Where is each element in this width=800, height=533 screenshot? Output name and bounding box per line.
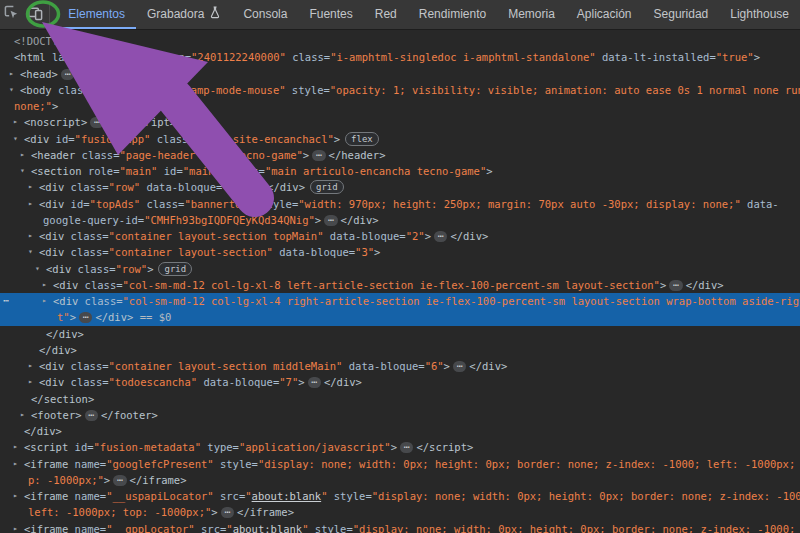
dom-tree-node[interactable]: ▾<body class="amp-dark-mode amp-mode-mou…: [0, 82, 800, 98]
dom-tree-node[interactable]: </div>: [0, 326, 800, 342]
code-text: class=: [150, 133, 194, 145]
code-text: </header>: [329, 149, 386, 161]
expand-arrow-icon[interactable]: ▸: [9, 66, 14, 82]
collapse-arrow-icon[interactable]: ▾: [35, 261, 40, 277]
inline-expand-button[interactable]: ⋯: [79, 312, 92, 323]
expand-arrow-icon[interactable]: ▸: [28, 374, 33, 390]
expand-arrow-icon[interactable]: ▸: [28, 358, 33, 374]
device-toolbar-button[interactable]: [23, 0, 46, 29]
dom-tree-node[interactable]: </div>: [0, 342, 800, 358]
expand-arrow-icon[interactable]: ▸: [13, 521, 18, 533]
dom-tree-node[interactable]: <html lang="es" amp-version="24011222400…: [0, 49, 800, 65]
inline-expand-button[interactable]: ⋯: [113, 475, 126, 486]
code-text: "1": [222, 181, 241, 193]
tab-elementos[interactable]: Elementos: [57, 0, 136, 29]
dom-tree-node[interactable]: google-query-id="CMHFh93bgIQDFQEyKQd34QN…: [0, 212, 800, 228]
code-text: >: [374, 246, 380, 258]
expand-arrow-icon[interactable]: ▸: [13, 456, 18, 472]
dom-tree-node[interactable]: left: -1000px; top: -1000px;">⋯</iframe>: [0, 504, 800, 520]
code-text: class=: [71, 376, 109, 388]
dom-tree-node[interactable]: ▸<div class="container layout-section to…: [0, 228, 800, 244]
dom-tree-node[interactable]: ▸<div class="col-sm-md-12 col-lg-xl-8 le…: [0, 277, 800, 293]
code-text: >: [391, 441, 397, 453]
expand-arrow-icon[interactable]: ▸: [20, 147, 25, 163]
grid-badge[interactable]: grid: [158, 262, 192, 276]
collapse-arrow-icon[interactable]: ▾: [9, 82, 14, 98]
inspect-element-button[interactable]: [0, 0, 23, 29]
tab-fuentes[interactable]: Fuentes: [298, 0, 363, 29]
dom-tree-node[interactable]: ▸<iframe name="googlefcPresent" style="d…: [0, 456, 800, 472]
gutter-more-icon[interactable]: ⋯: [3, 293, 9, 309]
dom-tree-node[interactable]: </div>: [0, 423, 800, 439]
tab-grabadora[interactable]: Grabadora: [136, 0, 232, 29]
dom-tree-node[interactable]: ▾<section role="main" id="main" class="m…: [0, 163, 800, 179]
dom-tree-node[interactable]: ▸<div id="topAds" class="bannertop" styl…: [0, 196, 800, 212]
grid-badge[interactable]: grid: [310, 180, 344, 194]
code-text: >: [315, 214, 321, 226]
inline-expand-button[interactable]: ⋯: [308, 377, 321, 388]
tab-consola[interactable]: Consola: [232, 0, 298, 29]
dom-tree-node[interactable]: ▸<div class="row" data-bloque="1">⋯</div…: [0, 179, 800, 195]
dom-tree-node[interactable]: <!DOCTYPE html>: [0, 33, 800, 49]
code-text: "bannertop": [184, 198, 254, 210]
flex-badge[interactable]: flex: [345, 132, 379, 146]
code-text: class=: [71, 246, 109, 258]
inline-expand-button[interactable]: ⋯: [324, 215, 337, 226]
dom-tree-node[interactable]: none;">: [0, 98, 800, 114]
code-text: >: [104, 474, 110, 486]
dom-tree-node[interactable]: ⋯▸<div class="col-sm-md-12 col-lg-xl-4 r…: [0, 293, 800, 309]
dom-tree-node[interactable]: ▸<div class="container layout-section mi…: [0, 358, 800, 374]
dom-tree-node[interactable]: ▾<div class="row">grid: [0, 261, 800, 277]
tab-seguridad[interactable]: Seguridad: [643, 0, 720, 29]
expand-arrow-icon[interactable]: ▸: [13, 439, 18, 455]
expand-arrow-icon[interactable]: ▸: [28, 179, 33, 195]
inline-expand-button[interactable]: ⋯: [85, 410, 98, 421]
expand-arrow-icon[interactable]: ▸: [13, 114, 18, 130]
tab-rendimiento[interactable]: Rendimiento: [408, 0, 497, 29]
expand-arrow-icon[interactable]: ▸: [13, 488, 18, 504]
dom-tree-node[interactable]: t">⋯</div> == $0: [0, 309, 800, 325]
inline-expand-button[interactable]: ⋯: [400, 442, 413, 453]
expand-arrow-icon[interactable]: ▸: [28, 196, 33, 212]
tab-memoria[interactable]: Memoria: [497, 0, 566, 29]
code-text: data-bloque=: [273, 246, 355, 258]
attribute-value-link[interactable]: about:blank: [252, 490, 322, 502]
expand-arrow-icon[interactable]: ▸: [42, 293, 47, 309]
inline-expand-button[interactable]: ⋯: [434, 231, 447, 242]
tab-label: Seguridad: [654, 7, 709, 21]
inline-expand-button[interactable]: ⋯: [669, 280, 682, 291]
collapse-arrow-icon[interactable]: ▾: [13, 131, 18, 147]
tab-label: Lighthouse: [730, 7, 789, 21]
dom-tree-node[interactable]: ▾<div id="fusion-app" class="main-site-e…: [0, 131, 800, 147]
code-text: "main": [183, 165, 221, 177]
inline-expand-button[interactable]: ⋯: [312, 150, 325, 161]
dom-tree-node[interactable]: ▸<head>⋯</head>: [0, 66, 800, 82]
tab-aplicación[interactable]: Aplicación: [566, 0, 643, 29]
dom-tree-node[interactable]: ▸<noscript>⋯</noscript>: [0, 114, 800, 130]
tab-label: Fuentes: [309, 7, 352, 21]
collapse-arrow-icon[interactable]: ▾: [20, 163, 25, 179]
code-text: "display: none; width: 0px; height: 0px;…: [258, 458, 800, 470]
tab-red[interactable]: Red: [364, 0, 408, 29]
dom-tree-node[interactable]: ▸<footer>⋯</footer>: [0, 407, 800, 423]
expand-arrow-icon[interactable]: ▸: [42, 277, 47, 293]
dom-tree-node[interactable]: ▾<div class="container layout-section" d…: [0, 244, 800, 260]
dom-tree-node[interactable]: ▸<header class="page-header logo-tecno-g…: [0, 147, 800, 163]
dom-tree-node[interactable]: </section>: [0, 391, 800, 407]
inline-expand-button[interactable]: ⋯: [453, 361, 466, 372]
inline-expand-button[interactable]: ⋯: [251, 182, 264, 193]
attribute-value-link[interactable]: about:blank: [233, 523, 303, 533]
collapse-arrow-icon[interactable]: ▾: [28, 244, 33, 260]
tab-lighthouse[interactable]: Lighthouse: [719, 0, 800, 29]
dom-tree-node[interactable]: ▸<iframe name="__uspapiLocator" src="abo…: [0, 488, 800, 504]
expand-arrow-icon[interactable]: ▸: [28, 228, 33, 244]
inline-expand-button[interactable]: ⋯: [221, 507, 234, 518]
inline-expand-button[interactable]: ⋯: [61, 69, 74, 80]
expand-arrow-icon[interactable]: ▸: [20, 407, 25, 423]
code-text: "opacity: 1; visibility: visible; animat…: [330, 84, 800, 96]
dom-tree-node[interactable]: ▸<div class="todoescancha" data-bloque="…: [0, 374, 800, 390]
dom-tree-node[interactable]: p: -1000px;">⋯</iframe>: [0, 472, 800, 488]
inline-expand-button[interactable]: ⋯: [90, 117, 103, 128]
dom-tree-node[interactable]: ▸<iframe name="__gppLocator" src="about:…: [0, 521, 800, 533]
dom-tree-node[interactable]: ▸<script id="fusion-metadata" type="appl…: [0, 439, 800, 455]
